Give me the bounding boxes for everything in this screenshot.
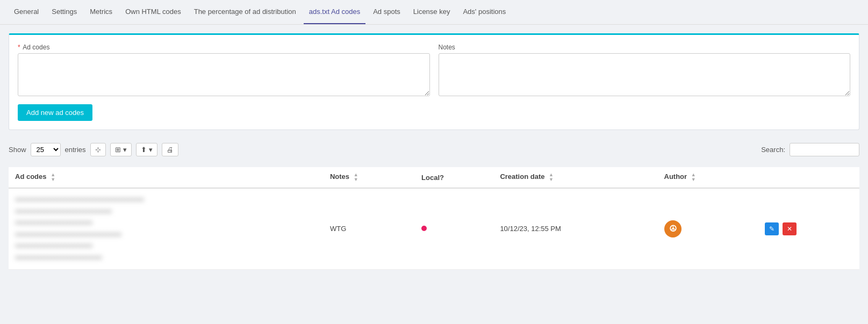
local-dot — [421, 226, 427, 231]
actions-cell: ✎ ✕ — [757, 188, 859, 269]
print-icon: 🖨 — [167, 146, 174, 154]
export-icon: ⬆ — [141, 146, 147, 154]
search-label: Search: — [761, 146, 785, 154]
search-input[interactable] — [790, 143, 859, 156]
sort-arrows-creation-date: ▲▼ — [549, 172, 554, 182]
col-header-creation-date: Creation date ▲▼ — [493, 167, 657, 188]
columns-button[interactable]: ⊞ ▾ — [110, 143, 132, 156]
table-controls-left: Show 10 25 50 100 entries ⊹ ⊞ ▾ ⬆ ▾ 🖨 — [9, 143, 178, 156]
author-cell: ☮ — [658, 188, 757, 269]
entries-label: entries — [65, 146, 86, 154]
entries-select[interactable]: 10 25 50 100 — [31, 143, 61, 156]
edit-button[interactable]: ✎ — [765, 222, 779, 235]
tab-own-html-codes[interactable]: Own HTML codes — [120, 0, 186, 24]
sort-arrows-author: ▲▼ — [691, 172, 696, 182]
delete-icon: ✕ — [787, 225, 792, 233]
table-header-row: Ad codes ▲▼ Notes ▲▼ Local? Creation dat… — [9, 167, 859, 188]
ad-codes-group: * Ad codes — [18, 44, 430, 98]
notes-textarea[interactable] — [439, 53, 851, 96]
show-label: Show — [9, 146, 26, 154]
form-row: * Ad codes Notes — [18, 44, 850, 98]
col-header-author: Author ▲▼ — [658, 167, 757, 188]
table-header: Ad codes ▲▼ Notes ▲▼ Local? Creation dat… — [9, 167, 859, 188]
main-content: * Ad codes Notes Add new ad codes Show 1… — [0, 25, 868, 278]
notes-cell: WTG — [324, 188, 415, 269]
col-header-actions — [757, 167, 859, 188]
ad-codes-cell: xxxxxxxxxxxxxxxxxxxxxxxxxxxxxxxxxxxxxxxx… — [9, 188, 324, 269]
delete-button[interactable]: ✕ — [783, 222, 797, 235]
tab-ad-spots[interactable]: Ad spots — [368, 0, 406, 24]
table-body: xxxxxxxxxxxxxxxxxxxxxxxxxxxxxxxxxxxxxxxx… — [9, 188, 859, 269]
sort-arrows-ad-codes: ▲▼ — [51, 172, 55, 182]
export-dropdown-arrow: ▾ — [149, 146, 153, 154]
tab-ads-txt-ad-codes[interactable]: ads.txt Ad codes — [304, 0, 365, 24]
table-row: xxxxxxxxxxxxxxxxxxxxxxxxxxxxxxxxxxxxxxxx… — [9, 188, 859, 269]
ad-codes-textarea[interactable] — [18, 53, 430, 96]
crosshair-icon: ⊹ — [95, 146, 101, 154]
blurred-ad-codes: xxxxxxxxxxxxxxxxxxxxxxxxxxxxxxxxxxxxxxxx… — [15, 194, 317, 264]
data-table: Ad codes ▲▼ Notes ▲▼ Local? Creation dat… — [9, 167, 859, 270]
sort-arrows-notes: ▲▼ — [354, 172, 358, 182]
form-card: * Ad codes Notes Add new ad codes — [9, 33, 859, 130]
required-star: * — [18, 44, 20, 51]
nav-tabs: General Settings Metrics Own HTML codes … — [0, 0, 868, 25]
tab-license-key[interactable]: License key — [408, 0, 456, 24]
col-header-ad-codes: Ad codes ▲▼ — [9, 167, 324, 188]
tab-metrics[interactable]: Metrics — [84, 0, 118, 24]
tab-percentage-ad-distribution[interactable]: The percentage of ad distribution — [189, 0, 302, 24]
avatar: ☮ — [664, 220, 682, 237]
add-new-ad-codes-button[interactable]: Add new ad codes — [18, 104, 92, 121]
tab-settings[interactable]: Settings — [46, 0, 82, 24]
col-header-local: Local? — [415, 167, 493, 188]
actions-container: ✎ ✕ — [763, 222, 853, 235]
creation-date-cell: 10/12/23, 12:55 PM — [493, 188, 657, 269]
print-button[interactable]: 🖨 — [162, 143, 178, 156]
columns-dropdown-arrow: ▾ — [123, 146, 127, 154]
notes-group: Notes — [439, 44, 851, 98]
local-cell — [415, 188, 493, 269]
tab-general[interactable]: General — [9, 0, 44, 24]
tab-ads-positions[interactable]: Ads' positions — [457, 0, 511, 24]
table-controls: Show 10 25 50 100 entries ⊹ ⊞ ▾ ⬆ ▾ 🖨 — [9, 139, 859, 161]
col-header-notes: Notes ▲▼ — [324, 167, 415, 188]
table-controls-right: Search: — [761, 143, 859, 156]
crosshair-button[interactable]: ⊹ — [90, 143, 106, 156]
notes-label: Notes — [439, 44, 851, 51]
columns-icon: ⊞ — [115, 146, 121, 154]
edit-icon: ✎ — [769, 225, 774, 233]
ad-codes-label: * Ad codes — [18, 44, 430, 51]
avatar-icon: ☮ — [669, 224, 677, 234]
export-button[interactable]: ⬆ ▾ — [136, 143, 157, 156]
